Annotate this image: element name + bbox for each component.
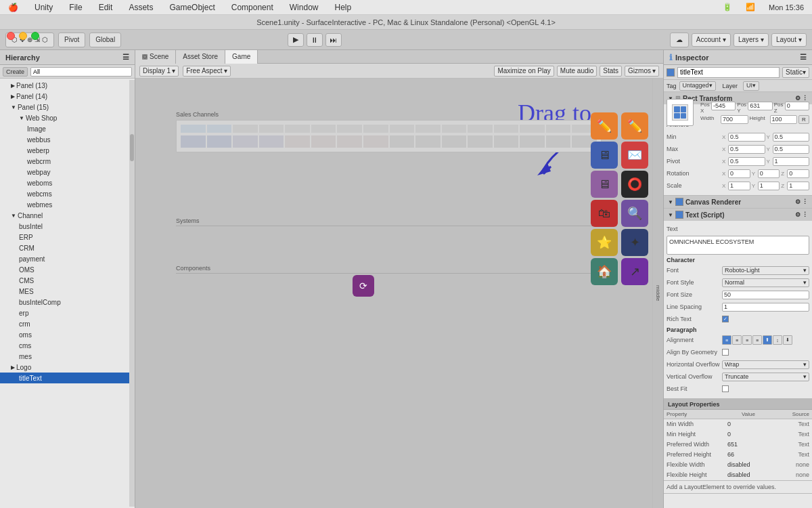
scale-y[interactable]: 1 (758, 182, 780, 190)
canvas-renderer-header[interactable]: ▼ Canvas Renderer ⚙ ⋮ (664, 196, 812, 208)
pos-x-val[interactable]: -545 (711, 102, 736, 110)
align-left[interactable]: ≡ (722, 335, 731, 345)
hier-item-busintel[interactable]: busIntel (0, 221, 129, 232)
hier-item-oms2[interactable]: oms (0, 329, 129, 340)
tag-dropdown[interactable]: Untagged▾ (679, 81, 716, 91)
scale-z[interactable]: 1 (787, 182, 809, 190)
anchor-min-y[interactable]: 0.5 (773, 133, 810, 142)
stats-button[interactable]: Stats (600, 66, 622, 77)
cr-enabled[interactable] (675, 198, 683, 206)
hier-item-cms2[interactable]: cms (0, 340, 129, 351)
anchor-max-x[interactable]: 0.5 (728, 145, 765, 154)
height-val[interactable]: 100 (770, 115, 798, 124)
menu-assets[interactable]: Assets (126, 2, 156, 13)
hier-item-image[interactable]: Image (0, 123, 129, 134)
ts-menu-icon[interactable]: ⋮ (802, 211, 808, 218)
pivot-x[interactable]: 0.5 (728, 157, 765, 166)
hier-item-titletext[interactable]: titleText (0, 373, 129, 383)
pos-z-val[interactable]: 0 (785, 102, 809, 110)
hier-item-crm2[interactable]: crm (0, 318, 129, 329)
menu-component[interactable]: Component (229, 2, 276, 13)
hier-item-logo[interactable]: ▶Logo (0, 362, 129, 373)
font-size-val[interactable]: 50 (722, 291, 809, 299)
hier-item-panel13[interactable]: ▶Panel (13) (0, 80, 129, 91)
cr-settings-icon[interactable]: ⚙ (795, 198, 800, 205)
rotation-z[interactable]: 0 (787, 169, 809, 178)
tab-scene[interactable]: ⬡ Scene (135, 50, 176, 64)
hier-item-crm[interactable]: CRM (0, 242, 129, 253)
hierarchy-content[interactable]: ▶Panel (13) ▶Panel (14) ▼Panel (15) ▼Web… (0, 79, 135, 508)
rotation-y[interactable]: 0 (758, 169, 780, 178)
menu-help[interactable]: Help (332, 2, 354, 13)
line-spacing-val[interactable]: 1 (722, 303, 809, 312)
layers-dropdown[interactable]: Layers▾ (734, 33, 769, 47)
step-button[interactable]: ⏭ (325, 33, 342, 47)
hier-item-erp2[interactable]: erp (0, 308, 129, 318)
apple-menu[interactable]: 🍎 (5, 2, 21, 13)
hier-item-bic[interactable]: busIntelComp (0, 297, 129, 308)
hier-item-webpay[interactable]: webpay (0, 167, 129, 177)
ts-settings-icon[interactable]: ⚙ (795, 211, 800, 218)
pos-y-val[interactable]: 631 (748, 102, 772, 110)
close-button[interactable] (7, 32, 15, 40)
global-button[interactable]: Global (89, 33, 121, 47)
pivot-button[interactable]: Pivot (58, 33, 85, 47)
aspect-dropdown[interactable]: Free Aspect▾ (183, 66, 230, 77)
layer-dropdown[interactable]: UI▾ (743, 81, 759, 91)
align-bottom[interactable]: ⬇ (783, 335, 792, 345)
static-dropdown[interactable]: Static▾ (782, 67, 809, 78)
hier-item-payment[interactable]: payment (0, 253, 129, 264)
hier-item-webbus[interactable]: webbus (0, 134, 129, 145)
font-style-dropdown[interactable]: Normal▾ (722, 278, 809, 287)
rotation-x[interactable]: 0 (728, 169, 750, 178)
pause-button[interactable]: ⏸ (307, 33, 323, 47)
hier-item-weberp[interactable]: weberp (0, 145, 129, 156)
best-fit-checkbox[interactable] (722, 385, 729, 392)
rich-text-checkbox[interactable]: ✓ (722, 316, 729, 322)
text-value-area[interactable]: OMNICHANNEL ECOSYSTEM (667, 236, 809, 255)
vert-overflow-dropdown[interactable]: Truncate▾ (722, 373, 809, 381)
text-script-header[interactable]: ▼ Text (Script) ⚙ ⋮ (664, 209, 812, 221)
object-enabled-checkbox[interactable] (667, 68, 675, 77)
inspector-menu-icon[interactable]: ☰ (800, 53, 807, 62)
width-val[interactable]: 700 (721, 115, 748, 124)
minimize-button[interactable] (19, 32, 27, 40)
menu-window[interactable]: Window (287, 2, 321, 13)
hierarchy-scrollbar[interactable] (129, 80, 135, 507)
anchor-max-y[interactable]: 0.5 (773, 145, 810, 154)
hierarchy-menu-icon[interactable]: ☰ (122, 53, 129, 62)
anchor-min-x[interactable]: 0.5 (728, 133, 765, 142)
hier-item-webcrm[interactable]: webcrm (0, 156, 129, 167)
layout-dropdown[interactable]: Layout▾ (771, 33, 807, 47)
object-name-input[interactable] (677, 67, 780, 78)
menu-gameobject[interactable]: GameObject (166, 2, 217, 13)
gizmos-dropdown[interactable]: Gizmos▾ (625, 66, 659, 77)
hier-item-erp[interactable]: ERP (0, 232, 129, 242)
rt-settings-icon[interactable]: ⚙ (795, 95, 800, 102)
r-button[interactable]: R (798, 115, 809, 124)
hier-item-webshop[interactable]: ▼Web Shop (0, 112, 129, 123)
account-dropdown[interactable]: Account▾ (692, 33, 731, 47)
menu-unity[interactable]: Unity (32, 2, 55, 13)
ts-enabled[interactable] (675, 211, 683, 219)
anchor-grid[interactable] (667, 99, 694, 126)
align-middle[interactable]: ↕ (773, 335, 782, 345)
tab-game[interactable]: Game (225, 50, 258, 64)
hier-item-panel14[interactable]: ▶Panel (14) (0, 91, 129, 102)
hier-item-webmes[interactable]: webmes (0, 199, 129, 210)
play-button[interactable]: ▶ (288, 33, 304, 47)
hier-item-mes2[interactable]: mes (0, 351, 129, 362)
mute-audio-button[interactable]: Mute audio (557, 66, 597, 77)
hierarchy-search-input[interactable] (30, 67, 132, 77)
hier-item-weboms[interactable]: weboms (0, 177, 129, 188)
horiz-overflow-dropdown[interactable]: Wrap▾ (722, 360, 809, 369)
hier-item-panel15[interactable]: ▼Panel (15) (0, 102, 129, 112)
hier-item-cms[interactable]: CMS (0, 275, 129, 286)
align-geo-checkbox[interactable] (722, 349, 729, 356)
align-justify[interactable]: ≡ (752, 335, 762, 345)
inspector-scroll-area[interactable]: ▼ ⊞ Rect Transform ⚙ ⋮ (664, 92, 812, 508)
hier-item-webcms[interactable]: webcms (0, 188, 129, 199)
cr-menu-icon[interactable]: ⋮ (802, 198, 808, 205)
hierarchy-create-button[interactable]: Create (3, 67, 28, 77)
font-dropdown[interactable]: Roboto-Light▾ (722, 266, 809, 275)
